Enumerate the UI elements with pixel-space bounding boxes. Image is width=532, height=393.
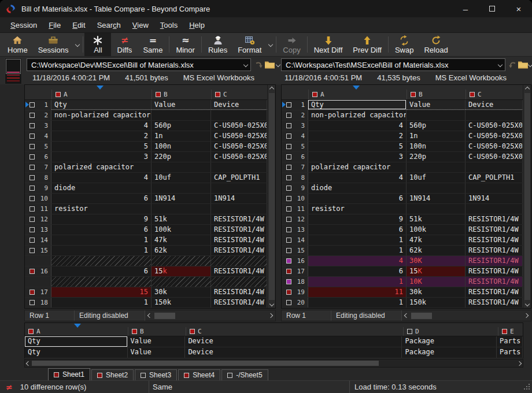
cell[interactable]: RESISTOR1/4W	[466, 266, 523, 276]
cell[interactable]: 5	[308, 142, 407, 151]
left-sync-arrow-icon[interactable]	[254, 61, 264, 70]
cell[interactable]	[152, 183, 211, 193]
gap-cell[interactable]	[51, 256, 152, 266]
gap-cell[interactable]	[211, 277, 267, 287]
row-header[interactable]: 1	[282, 100, 308, 110]
row-header[interactable]: 10	[282, 194, 308, 203]
cell[interactable]: 4	[308, 256, 407, 266]
swap-button[interactable]: Swap	[390, 33, 419, 56]
sheet-tab-sheet1[interactable]: Sheet1	[48, 368, 90, 380]
format-button[interactable]: Format	[232, 33, 267, 56]
cell[interactable]: polarized capacitor	[51, 162, 152, 172]
cell[interactable]: 47k	[152, 235, 211, 245]
cell[interactable]: 1n	[152, 131, 211, 141]
scroll-left-icon[interactable]	[404, 313, 409, 318]
cell[interactable]: 560p	[152, 121, 211, 131]
cell[interactable]: 150k	[152, 298, 211, 307]
scroll-up-icon[interactable]	[524, 87, 529, 91]
cell[interactable]	[211, 204, 267, 214]
left-path-combobox[interactable]: C:\Workspace\Dev\MSExcel\Bill of Materia…	[27, 58, 251, 71]
column-header-B[interactable]: B	[152, 90, 211, 99]
row-header[interactable]: 3	[282, 121, 308, 131]
cell[interactable]: non-polarized capacitor	[51, 110, 152, 120]
cell[interactable]: RESISTOR1/4W	[211, 287, 267, 297]
same-button[interactable]: =Same	[138, 33, 168, 56]
row-header[interactable]: 6	[282, 152, 308, 162]
cell[interactable]: 1	[51, 235, 152, 245]
cell[interactable]: 6	[51, 225, 152, 235]
cell[interactable]: 11	[308, 287, 407, 297]
cell[interactable]: C-US050-025X07	[211, 121, 267, 131]
cell[interactable]: 220p	[152, 152, 211, 162]
cell[interactable]	[211, 162, 267, 172]
cell[interactable]: 100k	[152, 225, 211, 235]
right-horizontal-scrollbar[interactable]	[402, 310, 531, 321]
cell[interactable]: 1	[51, 246, 152, 255]
row-header[interactable]: 8	[25, 173, 51, 183]
cell[interactable]: 100k	[407, 225, 466, 235]
left-horizontal-scrollbar[interactable]	[145, 310, 275, 321]
cell[interactable]: Qty	[51, 100, 152, 110]
cell[interactable]: RESISTOR1/4W	[466, 298, 523, 307]
row-header[interactable]: 11	[25, 204, 51, 214]
sheet-tab-sheet2[interactable]: Sheet2	[91, 369, 134, 380]
cell[interactable]: RESISTOR1/4W	[466, 235, 523, 245]
scrollbar-thumb[interactable]	[524, 93, 530, 300]
vertical-scrollbar[interactable]	[267, 85, 275, 308]
scroll-up-icon[interactable]	[269, 87, 274, 91]
cell[interactable]: RESISTOR1/4W	[466, 287, 523, 297]
row-header[interactable]: 4	[25, 131, 51, 141]
cell[interactable]: 1N914	[211, 194, 267, 203]
scrollbar-thumb[interactable]	[411, 313, 432, 319]
column-name-cell[interactable]: Parts	[497, 336, 523, 347]
column-header-A[interactable]: A	[308, 90, 407, 99]
column-name-cell[interactable]: Qty	[25, 347, 128, 358]
column-name-cell[interactable]: Value	[128, 336, 186, 347]
cell[interactable]: RESISTOR1/4W	[211, 246, 267, 255]
cell[interactable]: resistor	[308, 204, 407, 214]
cell[interactable]: C-US050-025X07	[466, 152, 523, 162]
cell[interactable]: 6	[308, 225, 407, 235]
cell[interactable]: Device	[466, 100, 523, 110]
cell[interactable]: 10uf	[407, 173, 466, 183]
cell[interactable]: 6	[308, 266, 407, 276]
gap-cell[interactable]	[152, 256, 211, 266]
sheet-tab-sheet4[interactable]: Sheet4	[178, 369, 220, 380]
row-header[interactable]: 2	[25, 110, 51, 120]
row-header[interactable]: 6	[25, 152, 51, 162]
column-name-cell[interactable]: Package	[402, 336, 497, 347]
column-header-C[interactable]: C	[211, 90, 267, 99]
scroll-right-icon[interactable]	[517, 361, 522, 365]
right-path-combobox[interactable]: C:\Workspace\Test\MSExcel\Bill of Materi…	[281, 58, 505, 71]
cell[interactable]: 100n	[152, 142, 211, 151]
sessions-dropdown-chevron-icon[interactable]	[73, 33, 82, 56]
cell[interactable]: 4	[308, 121, 407, 131]
cell[interactable]: 1N914	[466, 194, 523, 203]
bottom-column-header-A[interactable]: A	[25, 327, 128, 336]
cell[interactable]: 2	[308, 131, 407, 141]
bottom-column-header-D[interactable]: D	[403, 327, 498, 336]
cell[interactable]: RESISTOR1/4W	[211, 266, 267, 276]
resize-grip[interactable]	[524, 388, 525, 390]
row-header[interactable]: 14	[282, 235, 308, 245]
gap-cell[interactable]	[152, 277, 211, 287]
cell[interactable]: 51k	[152, 214, 211, 224]
prev-diff-button[interactable]: Prev Diff	[348, 33, 387, 56]
row-header[interactable]: 17	[282, 266, 308, 276]
cell[interactable]: 6	[51, 194, 152, 203]
cell[interactable]: C-US050-025X07	[466, 131, 523, 141]
cell[interactable]: 62k	[407, 246, 466, 255]
reload-button[interactable]: Reload	[419, 33, 453, 56]
cell[interactable]: 2	[51, 131, 152, 141]
cell[interactable]	[466, 162, 523, 172]
bottom-horizontal-scrollbar[interactable]	[24, 359, 523, 368]
column-header-C[interactable]: C	[466, 90, 523, 99]
cell[interactable]	[466, 110, 523, 120]
column-header-B[interactable]: B	[407, 90, 466, 99]
scroll-left-icon[interactable]	[26, 361, 31, 365]
cell[interactable]: C-US050-025X07	[211, 142, 267, 151]
cell[interactable]	[466, 204, 523, 214]
menu-view[interactable]: View	[127, 18, 154, 32]
left-browse-folder-icon[interactable]	[264, 60, 275, 69]
row-header[interactable]: 15	[25, 246, 51, 255]
